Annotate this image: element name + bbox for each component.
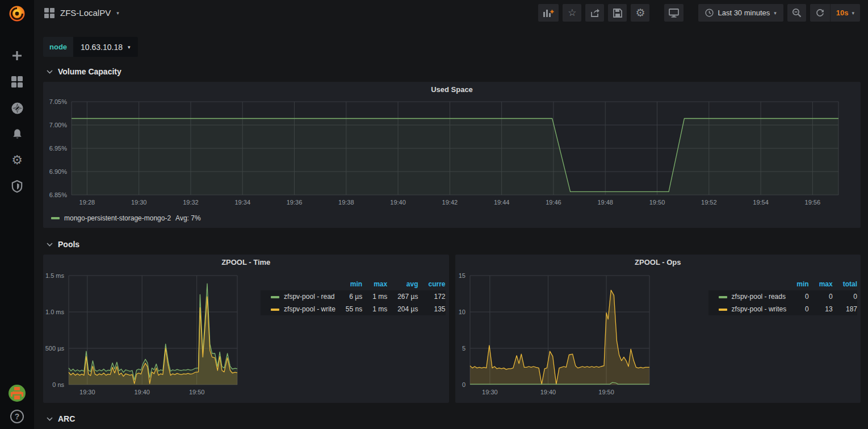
zpool-time-body: 1.5 ms1.0 ms500 µs0 ns19:3019:4019:50 mi… [43, 270, 449, 402]
legend-column-header: min [336, 279, 362, 290]
zpool-ops-chart[interactable]: 15105019:3019:4019:50 [455, 270, 660, 402]
save-button[interactable] [608, 4, 627, 22]
legend-value: 13 [809, 303, 833, 315]
refresh-control: 10s ▾ [810, 4, 860, 22]
legend-row[interactable]: zfspv-pool - write55 ns1 ms204 µs135 [261, 303, 445, 315]
svg-text:19:40: 19:40 [540, 389, 556, 395]
sidebar-configuration-button[interactable]: ⚙ [7, 152, 27, 169]
section-title: Pools [58, 240, 79, 249]
sidebar-create-button[interactable] [7, 47, 27, 64]
svg-text:19:52: 19:52 [701, 199, 717, 206]
panel-title-zpool-time[interactable]: ZPOOL - Time [43, 255, 449, 270]
legend-value: 0 [786, 290, 808, 303]
chevron-down-icon: ▾ [116, 10, 119, 16]
chevron-down-icon [47, 243, 53, 247]
legend-table: minmaxtotalzfspv-pool - reads000zfspv-po… [708, 279, 857, 315]
sidebar-alerting-button[interactable] [7, 126, 27, 143]
svg-text:19:42: 19:42 [442, 199, 458, 206]
series-name[interactable]: zfspv-pool - read [261, 290, 336, 303]
series-name[interactable]: zfspv-pool - write [261, 303, 336, 315]
chevron-down-icon: ▾ [128, 44, 131, 50]
zoom-out-button[interactable] [787, 4, 806, 22]
legend-column-header: curre [418, 279, 445, 290]
series-marker [719, 309, 727, 311]
section-arc[interactable]: ARC [47, 412, 861, 426]
refresh-interval-picker[interactable]: 10s ▾ [830, 4, 860, 22]
legend-row[interactable]: zfspv-pool - reads000 [708, 290, 857, 303]
clock-icon [705, 9, 714, 17]
svg-text:19:38: 19:38 [338, 199, 354, 206]
series-name[interactable]: zfspv-pool - writes [708, 303, 787, 315]
svg-text:19:54: 19:54 [753, 199, 769, 206]
svg-text:6.90%: 6.90% [49, 168, 67, 175]
star-icon: ☆ [568, 8, 576, 18]
sidebar-menu: ⚙ [7, 47, 27, 195]
panel-used-space: Used Space 7.05%7.00%6.95%6.90%6.85%19:2… [43, 82, 861, 228]
refresh-button[interactable] [810, 4, 830, 22]
svg-text:10: 10 [458, 309, 465, 315]
zpool-time-legend[interactable]: minmaxavgcurrezfspv-pool - read6 µs1 ms2… [248, 270, 449, 402]
series-marker [719, 296, 727, 298]
zpool-time-chart[interactable]: 1.5 ms1.0 ms500 µs0 ns19:3019:4019:50 [43, 270, 248, 402]
sidebar-admin-button[interactable] [7, 178, 27, 195]
legend-value: 0 [833, 290, 857, 303]
dashboard-title: ZFS-LocalPV [60, 8, 111, 18]
legend-value: 172 [418, 290, 445, 303]
time-range-picker[interactable]: Last 30 minutes ▾ [698, 4, 783, 22]
section-pools[interactable]: Pools [47, 238, 861, 251]
question-icon: ? [15, 412, 20, 421]
svg-text:6.85%: 6.85% [49, 191, 67, 198]
section-title: ARC [58, 414, 75, 423]
cycle-view-button[interactable] [664, 4, 684, 22]
series-name[interactable]: zfspv-pool - reads [708, 290, 787, 303]
main: ZFS-LocalPV ▾ ☆ [34, 0, 868, 429]
used-space-legend: mongo-persistent-storage-mongo-2 Avg: 7% [43, 211, 861, 226]
time-range-label: Last 30 minutes [718, 9, 770, 17]
pools-row: ZPOOL - Time 1.5 ms1.0 ms500 µs0 ns19:30… [43, 255, 861, 403]
svg-text:0 ns: 0 ns [52, 381, 64, 388]
zpool-ops-legend[interactable]: minmaxtotalzfspv-pool - reads000zfspv-po… [660, 270, 861, 402]
sidebar-dashboards-button[interactable] [7, 73, 27, 90]
sidebar-help-button[interactable]: ? [10, 410, 24, 423]
panel-title-used-space[interactable]: Used Space [43, 82, 861, 97]
legend-value: 6 µs [336, 290, 362, 303]
legend-column-header: min [786, 279, 808, 290]
svg-text:19:32: 19:32 [183, 199, 199, 206]
series-name[interactable]: mongo-persistent-storage-mongo-2 [64, 214, 171, 222]
legend-row[interactable]: zfspv-pool - writes013187 [708, 303, 857, 315]
legend-value: 204 µs [387, 303, 418, 315]
refresh-interval-label: 10s [836, 9, 849, 17]
sidebar-explore-button[interactable] [7, 99, 27, 116]
section-volume-capacity[interactable]: Volume Capacity [47, 65, 861, 78]
variable-node-picker[interactable]: 10.63.10.18 ▾ [73, 37, 138, 57]
panel-zpool-ops: ZPOOL - Ops 15105019:3019:4019:50 minmax… [455, 255, 861, 403]
compass-icon [11, 102, 24, 115]
svg-text:19:50: 19:50 [189, 389, 205, 395]
svg-text:19:34: 19:34 [234, 199, 250, 206]
sidebar: ⚙ ? [0, 0, 34, 429]
panel-zpool-time: ZPOOL - Time 1.5 ms1.0 ms500 µs0 ns19:30… [43, 255, 449, 403]
svg-text:5: 5 [462, 345, 465, 352]
user-avatar[interactable] [9, 385, 26, 402]
share-button[interactable] [585, 4, 604, 22]
save-icon [613, 9, 622, 18]
legend-row[interactable]: zfspv-pool - read6 µs1 ms267 µs172 [261, 290, 445, 303]
settings-button[interactable]: ⚙ [631, 4, 649, 22]
used-space-chart[interactable]: 7.05%7.00%6.95%6.90%6.85%19:2819:3019:32… [43, 97, 861, 211]
legend-column-header: avg [387, 279, 418, 290]
svg-text:7.05%: 7.05% [49, 98, 67, 105]
chevron-down-icon: ▾ [774, 10, 777, 16]
star-button[interactable]: ☆ [563, 4, 581, 22]
share-icon [590, 9, 599, 18]
panel-title-zpool-ops[interactable]: ZPOOL - Ops [455, 255, 861, 270]
monitor-icon [669, 9, 679, 18]
variable-node-label: node [43, 37, 73, 57]
grafana-logo-icon[interactable] [7, 4, 27, 23]
add-panel-button[interactable] [538, 4, 559, 22]
chevron-down-icon [47, 70, 53, 74]
svg-text:6.95%: 6.95% [49, 145, 67, 152]
svg-text:500 µs: 500 µs [45, 345, 65, 352]
svg-text:0: 0 [462, 381, 465, 388]
shield-icon [11, 180, 23, 193]
dashboard-title-button[interactable]: ZFS-LocalPV ▾ [44, 8, 119, 18]
